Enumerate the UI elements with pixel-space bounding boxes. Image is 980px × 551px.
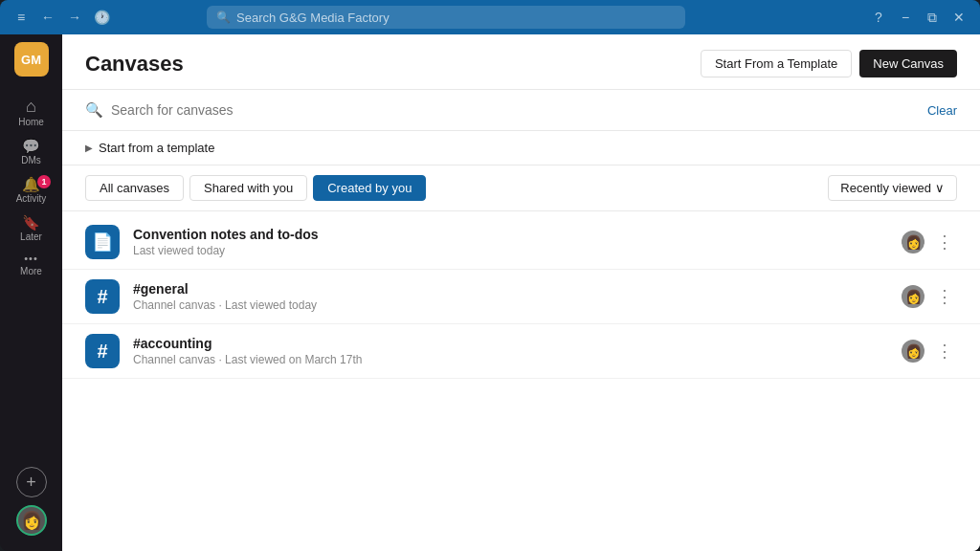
more-label: More <box>20 266 42 276</box>
home-label: Home <box>18 117 44 127</box>
tab-all-canvases[interactable]: All canvases <box>85 175 184 201</box>
canvas-item-convention[interactable]: 📄 Convention notes and to-dos Last viewe… <box>62 215 980 270</box>
user-avatar-gm[interactable]: GM <box>14 42 49 77</box>
later-icon: 🔖 <box>22 215 40 230</box>
dms-label: DMs <box>21 155 41 165</box>
more-options-button-accounting[interactable]: ⋮ <box>932 337 957 365</box>
canvas-item-name-convention: Convention notes and to-dos <box>133 227 888 242</box>
search-input[interactable] <box>111 102 920 118</box>
new-canvas-button[interactable]: New Canvas <box>859 50 957 77</box>
start-template-button[interactable]: Start From a Template <box>701 50 852 77</box>
canvas-item-accounting[interactable]: # #accounting Channel canvas · Last view… <box>62 324 980 379</box>
sidebar-item-activity[interactable]: 1 🔔 Activity <box>0 171 62 209</box>
main-layout: GM ⌂ Home 💬 DMs 1 🔔 Activity 🔖 Later ••• <box>0 34 980 551</box>
canvas-item-meta-accounting: Channel canvas · Last viewed on March 17… <box>133 353 888 366</box>
canvas-item-right-convention: 👩 ⋮ <box>902 228 957 256</box>
title-bar: ≡ ← → 🕐 🔍 Search G&G Media Factory ? − ⧉… <box>0 0 980 34</box>
header-buttons: Start From a Template New Canvas <box>701 50 957 77</box>
canvas-item-info-convention: Convention notes and to-dos Last viewed … <box>133 227 888 257</box>
canvas-item-right-accounting: 👩 ⋮ <box>902 337 957 365</box>
back-button[interactable]: ← <box>38 10 57 25</box>
minimize-button[interactable]: − <box>896 10 915 25</box>
sort-dropdown[interactable]: Recently viewed ∨ <box>828 175 957 201</box>
page-title: Canvases <box>85 52 184 77</box>
sort-label: Recently viewed <box>840 181 931 195</box>
template-section-label: Start from a template <box>99 141 214 155</box>
more-icon: ••• <box>24 253 38 264</box>
sort-arrow-icon: ∨ <box>935 181 945 195</box>
search-icon: 🔍 <box>216 11 231 24</box>
canvas-item-right-general: 👩 ⋮ <box>902 282 957 311</box>
canvas-avatar-accounting: 👩 <box>902 340 924 363</box>
tab-shared-with-you[interactable]: Shared with you <box>189 175 307 201</box>
tabs-row: All canvases Shared with you Created by … <box>62 165 980 211</box>
title-bar-right: ? − ⧉ ✕ <box>869 10 969 26</box>
title-bar-controls: ≡ ← → 🕐 <box>11 10 111 25</box>
canvas-icon-hash-general: # <box>85 279 120 314</box>
canvas-panel: Canvases Start From a Template New Canva… <box>62 34 980 551</box>
canvas-item-name-accounting: #accounting <box>133 336 888 351</box>
more-options-button-general[interactable]: ⋮ <box>932 282 957 311</box>
canvas-list: 📄 Convention notes and to-dos Last viewe… <box>62 211 980 551</box>
canvas-avatar-general: 👩 <box>902 285 924 308</box>
canvas-item-info-accounting: #accounting Channel canvas · Last viewed… <box>133 336 888 366</box>
search-bar: 🔍 Clear <box>62 90 980 131</box>
canvas-icon-hash-accounting: # <box>85 334 120 368</box>
search-icon: 🔍 <box>85 101 103 119</box>
app-window: ≡ ← → 🕐 🔍 Search G&G Media Factory ? − ⧉… <box>0 0 980 551</box>
home-icon: ⌂ <box>26 98 36 115</box>
sidebar: GM ⌂ Home 💬 DMs 1 🔔 Activity 🔖 Later ••• <box>0 34 62 551</box>
canvas-icon-doc: 📄 <box>85 225 120 259</box>
canvas-item-meta-convention: Last viewed today <box>133 244 888 257</box>
history-icon[interactable]: 🕐 <box>92 10 111 25</box>
sidebar-item-more[interactable]: ••• More <box>0 248 62 282</box>
canvas-header: Canvases Start From a Template New Canva… <box>62 34 980 90</box>
menu-icon[interactable]: ≡ <box>11 10 31 25</box>
canvas-item-meta-general: Channel canvas · Last viewed today <box>133 298 888 312</box>
user-avatar-small[interactable]: 👩 <box>16 505 47 536</box>
template-toggle[interactable]: ▶ Start from a template <box>85 141 957 155</box>
close-button[interactable]: ✕ <box>949 10 969 25</box>
maximize-button[interactable]: ⧉ <box>923 10 942 26</box>
sidebar-item-home[interactable]: ⌂ Home <box>0 92 62 133</box>
content-area: Canvases Start From a Template New Canva… <box>62 34 980 551</box>
activity-label: Activity <box>16 193 47 204</box>
more-options-button-convention[interactable]: ⋮ <box>932 228 957 256</box>
template-arrow-icon: ▶ <box>85 143 93 153</box>
canvas-item-general[interactable]: # #general Channel canvas · Last viewed … <box>62 270 980 324</box>
title-bar-search[interactable]: 🔍 Search G&G Media Factory <box>207 6 685 29</box>
sidebar-item-later[interactable]: 🔖 Later <box>0 209 62 248</box>
add-workspace-button[interactable]: + <box>16 467 47 497</box>
canvas-item-name-general: #general <box>133 281 888 297</box>
canvas-avatar-convention: 👩 <box>902 231 924 253</box>
search-placeholder: Search G&G Media Factory <box>236 11 390 25</box>
activity-badge: 1 <box>37 175 51 188</box>
canvas-item-info-general: #general Channel canvas · Last viewed to… <box>133 281 888 312</box>
sidebar-item-dms[interactable]: 💬 DMs <box>0 133 62 171</box>
sidebar-bottom: + 👩 <box>16 467 47 543</box>
tab-created-by-you[interactable]: Created by you <box>313 175 426 201</box>
clear-button[interactable]: Clear <box>927 103 957 118</box>
later-label: Later <box>20 231 42 242</box>
forward-button[interactable]: → <box>65 10 84 25</box>
dms-icon: 💬 <box>22 139 40 153</box>
template-section: ▶ Start from a template <box>62 131 980 165</box>
help-icon[interactable]: ? <box>869 10 888 25</box>
